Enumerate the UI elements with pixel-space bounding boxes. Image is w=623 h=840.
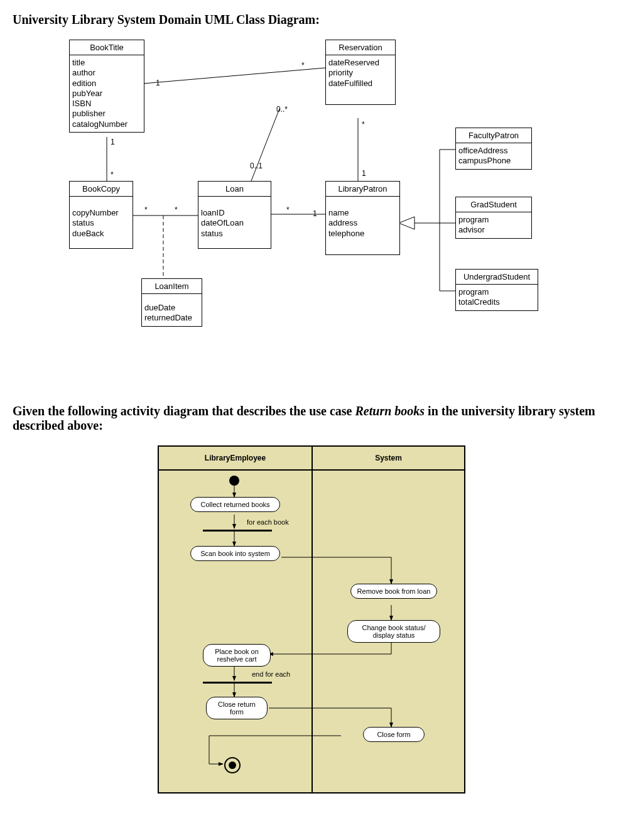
mult: 1 xyxy=(313,209,317,218)
heading-activity: Given the following activity diagram tha… xyxy=(13,404,610,433)
final-node xyxy=(224,757,241,773)
mult: * xyxy=(175,205,178,214)
mult: * xyxy=(111,170,114,179)
activity-change: Change book status/ display status xyxy=(347,620,440,643)
class-title: Reservation xyxy=(326,40,395,55)
class-loanitem: LoanItem dueDate returnedDate xyxy=(141,278,202,327)
class-attrs: officeAddress campusPhone xyxy=(456,143,531,169)
class-reservation: Reservation dateReserved priority dateFu… xyxy=(325,40,396,105)
class-attrs: name address telephone xyxy=(326,197,399,254)
class-attrs: program totalCredits xyxy=(456,285,538,310)
activity-close-return: Close return form xyxy=(206,697,268,719)
activity-close-form: Close form xyxy=(363,727,425,742)
mult: * xyxy=(362,120,365,129)
class-attrs: title author edition pubYear ISBN publis… xyxy=(70,55,144,132)
activity-place: Place book on reshelve cart xyxy=(203,644,271,667)
mult: * xyxy=(286,205,290,214)
class-title: BookTitle xyxy=(70,40,144,55)
final-node-inner xyxy=(229,761,236,769)
class-booktitle: BookTitle title author edition pubYear I… xyxy=(69,40,144,133)
class-attrs: dateReserved priority dateFulfilled xyxy=(326,55,395,104)
swimlane-divider xyxy=(312,469,313,792)
class-gradstudent: GradStudent program advisor xyxy=(455,197,532,239)
class-title: GradStudent xyxy=(456,197,531,212)
heading-class-diagram: University Library System Domain UML Cla… xyxy=(13,13,610,27)
class-title: UndergradStudent xyxy=(456,270,538,285)
class-diagram: BookTitle title author edition pubYear I… xyxy=(63,40,603,354)
activity-remove: Remove book from loan xyxy=(350,584,437,599)
class-title: Loan xyxy=(198,182,271,197)
class-bookcopy: BookCopy copyNumber status dueBack xyxy=(69,181,133,249)
class-attrs: program advisor xyxy=(456,212,531,238)
mult: 0..* xyxy=(276,105,288,114)
class-attrs: loanID dateOfLoan status xyxy=(198,197,271,248)
class-facultypatron: FacultyPatron officeAddress campusPhone xyxy=(455,128,532,170)
sync-bar xyxy=(203,682,272,684)
initial-node xyxy=(229,476,239,486)
mult: * xyxy=(144,205,148,214)
svg-line-0 xyxy=(143,68,325,84)
heading-prefix: Given the following activity diagram tha… xyxy=(13,404,355,418)
mult: 1 xyxy=(156,79,160,87)
activity-scan: Scan book into system xyxy=(190,546,280,561)
class-loan: Loan loanID dateOfLoan status xyxy=(198,181,271,249)
mult: 1 xyxy=(111,138,115,146)
class-attrs: dueDate returnedDate xyxy=(142,294,202,326)
class-title: LibraryPatron xyxy=(326,182,399,197)
class-attrs: copyNumber status dueBack xyxy=(70,197,133,248)
mult: * xyxy=(301,61,305,70)
heading-italic: Return books xyxy=(355,404,425,418)
mult: 1 xyxy=(362,169,366,178)
activity-diagram: LibraryEmployee System Collect returned … xyxy=(158,445,465,794)
label-end-for-each: end for each xyxy=(252,670,290,678)
class-librarypatron: LibraryPatron name address telephone xyxy=(325,181,400,255)
class-title: BookCopy xyxy=(70,182,133,197)
mult: 0..1 xyxy=(250,161,263,170)
class-title: FacultyPatron xyxy=(456,128,531,143)
swimlane-header-right: System xyxy=(313,447,464,471)
activity-collect: Collect returned books xyxy=(190,497,280,512)
class-title: LoanItem xyxy=(142,279,202,294)
class-undergradstudent: UndergradStudent program totalCredits xyxy=(455,269,538,311)
swimlane-header-left: LibraryEmployee xyxy=(159,447,313,471)
label-for-each: for each book xyxy=(247,518,289,526)
sync-bar xyxy=(203,530,272,532)
heading-text: University Library System Domain UML Cla… xyxy=(13,13,320,26)
